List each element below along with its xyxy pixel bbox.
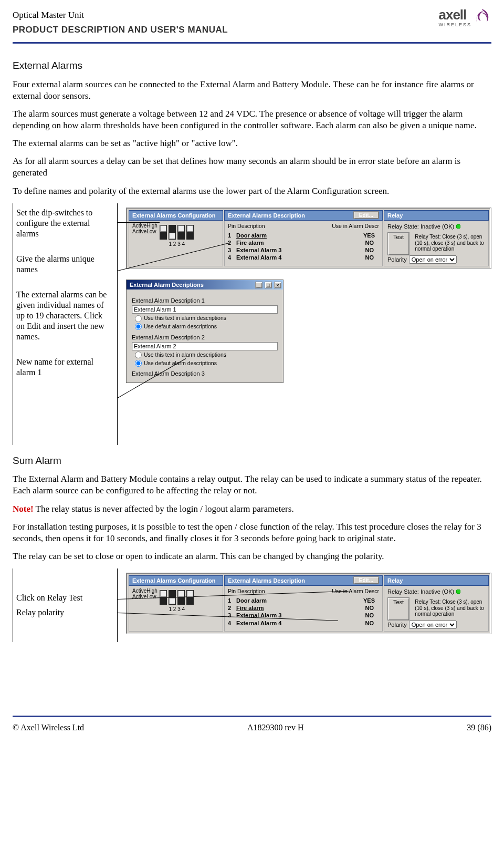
status-ok-icon (456, 590, 460, 594)
footer-center: A1829300 rev H (247, 722, 304, 733)
para-ext-5: To define names and polarity of the exte… (13, 185, 491, 197)
logo-swirl-icon (474, 8, 491, 26)
status-ok-icon (456, 224, 460, 229)
alarm-config-panel-2: External Alarms Configuration ActiveHigh… (126, 573, 491, 634)
pin-row: 2 Fire alarm NO (228, 604, 379, 612)
footer-right: 39 (86) (467, 722, 491, 733)
alarm-descriptions-dialog: External Alarm Decriptions _ □ × Externa… (126, 280, 284, 384)
heading-external-alarms: External Alarms (13, 59, 491, 73)
doc-title-1: Optical Master Unit (13, 9, 438, 21)
para-sum-note: Note! The relay status is never affected… (13, 503, 491, 515)
label-active-high: ActiveHigh (132, 588, 158, 594)
relay-test-button[interactable]: Test (387, 232, 410, 255)
header-rule (13, 42, 491, 44)
dip-numbers: 1 2 3 4 (160, 606, 194, 613)
label-active-high: ActiveHigh (132, 223, 158, 229)
pin-row: 4 External Alarm 4 NO (228, 254, 379, 261)
col-use-descr: Use in Alarm Descr (332, 223, 379, 230)
polarity-label: Polarity (387, 256, 407, 263)
pin-row: 1 Door alarm YES (228, 597, 379, 604)
desc2-label: External Alarm Description 2 (132, 334, 278, 341)
relay-state-text: Relay State: Inactive (OK) (387, 223, 454, 230)
dip-switch-row[interactable] (160, 225, 194, 240)
relay-test-button[interactable]: Test (387, 597, 410, 621)
dialog-minimize-icon[interactable]: _ (255, 282, 262, 288)
relay-test-note: Relay Test: Close (3 s), open (10 s), cl… (415, 234, 485, 252)
label-active-low: ActiveLow (132, 229, 158, 234)
pin-row: 2 Fire alarm NO (228, 239, 379, 246)
logo-text: axell (438, 6, 471, 24)
desc1-label: External Alarm Description 1 (132, 297, 278, 304)
footer-rule (13, 716, 491, 717)
relay-test-note: Relay Test: Close (3 s), open (10 s), cl… (415, 599, 485, 617)
dip-numbers: 1 2 3 4 (160, 241, 194, 247)
desc1-use-default-radio[interactable] (135, 323, 142, 330)
callout-relay-test: Click on Relay Test (16, 593, 112, 603)
para-ext-3: The external alarms can be set as "activ… (13, 138, 491, 149)
desc2-use-text-radio[interactable] (135, 351, 142, 358)
para-ext-1: Four external alarm sources can be conne… (13, 79, 491, 102)
group-ext-config-title: External Alarms Configuration (129, 575, 223, 586)
col-pin-desc: Pin Description (228, 223, 327, 230)
brand-logo: axell WIRELESS (438, 6, 491, 28)
pin-row: 3 External Alarm 3 NO (228, 612, 379, 619)
alarm-config-panel: External Alarms Configuration ActiveHigh… (126, 208, 491, 269)
dialog-close-icon[interactable]: × (274, 282, 281, 288)
note-prefix: Note! (13, 504, 34, 514)
desc2-use-default-radio[interactable] (135, 360, 142, 367)
doc-title-2: PRODUCT DESCRIPTION AND USER'S MANUAL (13, 24, 438, 36)
group-ext-config-title: External Alarms Configuration (129, 210, 223, 221)
callout-line (118, 222, 160, 223)
edit-button[interactable]: Edit... (353, 576, 379, 584)
footer-left: © Axell Wireless Ltd (13, 722, 84, 733)
para-sum-3: For installation testing purposes, it is… (13, 521, 491, 544)
group-ext-desc-title: External Alarms Description Edit... (224, 210, 383, 221)
logo-subtext: WIRELESS (438, 22, 471, 28)
para-ext-4: As for all alarm sources a delay can be … (13, 156, 491, 179)
desc1-input[interactable] (132, 305, 278, 314)
para-ext-2: The alarm sources must generate a voltag… (13, 108, 491, 131)
heading-sum-alarm: Sum Alarm (13, 454, 491, 468)
dialog-maximize-icon[interactable]: □ (265, 282, 272, 288)
dialog-title: External Alarm Decriptions (130, 281, 204, 288)
group-relay-title: Relay (384, 210, 489, 221)
polarity-select[interactable]: Open on error (409, 255, 457, 264)
desc2-input[interactable] (132, 342, 278, 350)
pin-row: 4 External Alarm 4 NO (228, 619, 379, 627)
desc1-use-text-radio[interactable] (135, 315, 142, 322)
group-ext-desc-title: External Alarms Description Edit... (224, 575, 383, 586)
dip-switch-row[interactable] (160, 590, 194, 605)
callout-dipswitches: Set the dip-switches to configure the ex… (16, 208, 112, 239)
pin-row: 3 External Alarm 3 NO (228, 246, 379, 254)
polarity-select[interactable]: Open on error (409, 621, 457, 629)
relay-state-text: Relay State: Inactive (OK) (387, 588, 454, 595)
para-sum-1: The External Alarm and Battery Module co… (13, 473, 491, 497)
polarity-label: Polarity (387, 621, 407, 628)
edit-button[interactable]: Edit... (353, 211, 379, 219)
callout-unique-names: Give the alarms unique names (16, 254, 112, 275)
group-relay-title: Relay (384, 575, 489, 586)
callout-relay-polarity: Relay polarity (16, 607, 112, 618)
pin-row: 1 Door alarm YES (228, 232, 379, 239)
callout-new-name: New name for external alarm 1 (16, 357, 112, 378)
callout-individual-names: The external alarms can be given individ… (16, 289, 112, 342)
para-sum-4: The relay can be set to close or open to… (13, 551, 491, 562)
